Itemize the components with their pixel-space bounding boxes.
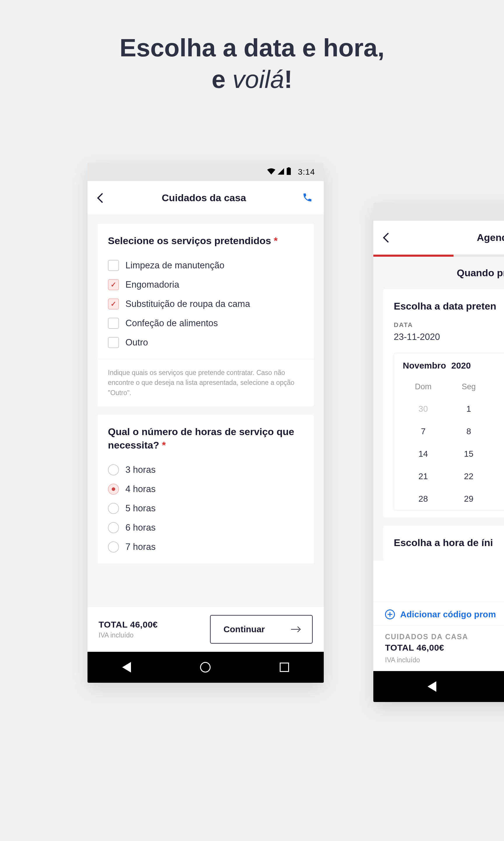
checkbox-icon xyxy=(108,279,119,290)
calendar-dow: Seg xyxy=(446,376,491,398)
calendar-day[interactable]: 1 xyxy=(446,398,491,420)
app-bar: Cuidados da casa xyxy=(88,181,324,215)
total-amount: TOTAL 46,00€ xyxy=(98,620,210,630)
progress-bar xyxy=(373,255,504,257)
hours-label: 4 horas xyxy=(125,484,156,494)
svg-rect-0 xyxy=(286,168,290,175)
calendar-day[interactable]: 30 xyxy=(491,488,504,510)
total-amount: TOTAL 46,00€ xyxy=(385,643,444,653)
calendar-day[interactable]: 23 xyxy=(491,465,504,488)
services-card: Selecione os serviços pretendidos * Limp… xyxy=(97,224,314,407)
service-option[interactable]: Engomadoria xyxy=(108,275,303,294)
nav-recent-icon[interactable] xyxy=(280,663,289,672)
calendar-dow: Ter xyxy=(491,376,504,398)
nav-back-icon[interactable] xyxy=(428,681,436,692)
checkbox-icon xyxy=(108,298,119,310)
calendar-day[interactable]: 7 xyxy=(400,420,446,443)
calendar-day[interactable]: 14 xyxy=(400,443,446,465)
hours-option[interactable]: 5 horas xyxy=(108,499,303,518)
hours-label: 7 horas xyxy=(125,542,156,552)
nav-back-icon[interactable] xyxy=(122,662,131,672)
radio-icon xyxy=(108,503,119,514)
service-option[interactable]: Limpeza de manutenção xyxy=(108,256,303,275)
marketing-headline: Escolha a data e hora, e voilá! xyxy=(0,0,504,95)
status-time: 3:14 xyxy=(298,167,315,177)
signal-icon xyxy=(278,167,284,177)
radio-icon xyxy=(108,522,119,533)
service-label: Engomadoria xyxy=(125,279,179,290)
arrow-right-icon xyxy=(291,629,299,630)
calendar-day[interactable]: 15 xyxy=(446,443,491,465)
service-option[interactable]: Confeção de alimentos xyxy=(108,314,303,333)
vat-note: IVA incluído xyxy=(385,656,420,664)
calendar-month: Novembro xyxy=(403,361,446,371)
time-card-title: Escolha a hora de íni xyxy=(394,536,504,550)
hours-title: Qual o número de horas de serviço que ne… xyxy=(108,425,303,452)
service-name-label: CUIDADOS DA CASA xyxy=(385,633,468,641)
screen-title: Cuidados da casa xyxy=(106,192,302,204)
phone-call-icon[interactable] xyxy=(302,192,313,204)
time-card: Escolha a hora de íni xyxy=(383,526,504,561)
service-label: Outro xyxy=(125,337,148,348)
date-field-label: DATA xyxy=(394,321,504,329)
calendar-dow: Dom xyxy=(400,376,446,398)
calendar-day[interactable]: 28 xyxy=(400,488,446,510)
battery-icon xyxy=(286,167,291,177)
calendar-day[interactable]: 22 xyxy=(446,465,491,488)
date-card-title: Escolha a data preten xyxy=(394,299,504,313)
checkbox-icon xyxy=(108,318,119,329)
hours-option[interactable]: 7 horas xyxy=(108,537,303,556)
radio-icon xyxy=(108,464,119,475)
date-field-value[interactable]: 23-11-2020 xyxy=(394,332,504,347)
calendar: Novembro 2020 DomSegTerQ 301278914151621… xyxy=(394,353,504,511)
service-label: Limpeza de manutenção xyxy=(125,260,224,271)
radio-icon xyxy=(108,542,119,552)
radio-icon xyxy=(108,484,119,495)
calendar-day[interactable]: 8 xyxy=(446,420,491,443)
service-label: Substituição de roupa da cama xyxy=(125,299,250,309)
hours-card: Qual o número de horas de serviço que ne… xyxy=(97,415,314,564)
plus-circle-icon xyxy=(385,610,395,619)
services-title: Selecione os serviços pretendidos * xyxy=(108,234,303,247)
hours-label: 3 horas xyxy=(125,465,156,475)
phone-mockup-calendar: Agenda Quando precis Escolha a data pret… xyxy=(373,203,504,702)
calendar-day[interactable]: 21 xyxy=(400,465,446,488)
progress-fill xyxy=(373,255,453,257)
required-star: * xyxy=(162,440,166,450)
hours-option[interactable]: 4 horas xyxy=(108,480,303,499)
phone-mockup-services: 3:14 Cuidados da casa Selecione os servi… xyxy=(88,163,324,683)
wifi-icon xyxy=(267,167,275,177)
bottom-total-bar: TOTAL 46,00€ IVA incluído Continuar xyxy=(88,606,324,652)
date-card: Escolha a data preten DATA 23-11-2020 No… xyxy=(383,289,504,517)
hours-label: 5 horas xyxy=(125,503,156,514)
hours-option[interactable]: 3 horas xyxy=(108,460,303,480)
hours-option[interactable]: 6 horas xyxy=(108,518,303,537)
calendar-day[interactable]: 9 xyxy=(491,420,504,443)
screen-content: Selecione os serviços pretendidos * Limp… xyxy=(88,215,324,652)
service-option[interactable]: Substituição de roupa da cama xyxy=(108,294,303,314)
checkbox-icon xyxy=(108,337,119,348)
svg-rect-1 xyxy=(288,167,290,169)
checkbox-icon xyxy=(108,260,119,271)
android-nav-bar xyxy=(88,652,324,683)
nav-home-icon[interactable] xyxy=(200,662,211,672)
headline-line1: Escolha a data e hora, xyxy=(120,34,384,62)
add-promo-button[interactable]: Adicionar código prom xyxy=(373,602,504,627)
hours-label: 6 horas xyxy=(125,522,156,533)
bottom-total-bar: CUIDADOS DA CASA TOTAL 46,00€ IVA incluí… xyxy=(373,625,504,671)
services-hint: Indique quais os serviços que pretende c… xyxy=(97,359,314,407)
screen-title: Agenda xyxy=(392,232,504,243)
android-nav-bar xyxy=(373,671,504,702)
calendar-day[interactable]: 2 xyxy=(491,398,504,420)
calendar-year: 2020 xyxy=(451,361,471,371)
step-heading: Quando precis xyxy=(373,257,504,289)
required-star: * xyxy=(274,235,278,246)
calendar-day[interactable]: 30 xyxy=(400,398,446,420)
android-status-bar xyxy=(373,203,504,221)
android-status-bar: 3:14 xyxy=(88,163,324,181)
continue-button[interactable]: Continuar xyxy=(210,615,313,643)
service-option[interactable]: Outro xyxy=(108,333,303,352)
calendar-day[interactable]: 16 xyxy=(491,443,504,465)
vat-note: IVA incluído xyxy=(98,631,210,639)
calendar-day[interactable]: 29 xyxy=(446,488,491,510)
